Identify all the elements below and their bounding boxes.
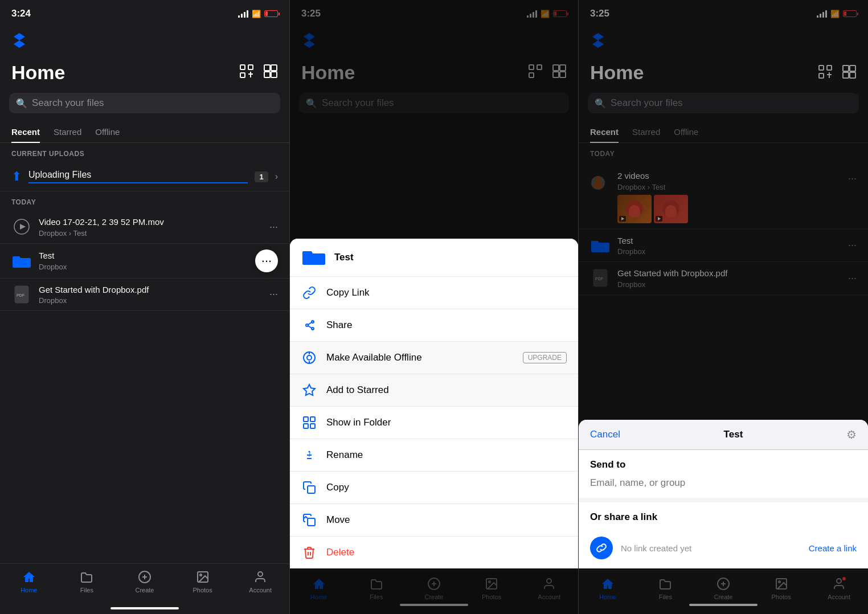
svg-rect-5: [264, 65, 270, 71]
svg-rect-8: [271, 72, 277, 77]
menu-item-starred[interactable]: Add to Starred: [290, 374, 578, 407]
copy-label-2: Copy: [326, 482, 567, 493]
nav-files-1[interactable]: Files: [69, 570, 104, 593]
svg-text:I: I: [309, 452, 310, 458]
search-bar-1[interactable]: 🔍 Search your files: [9, 93, 280, 113]
tab-offline-1[interactable]: Offline: [95, 122, 120, 142]
file-name-video-1: Video 17-02-21, 2 39 52 PM.mov: [39, 216, 263, 228]
svg-point-18: [258, 572, 263, 576]
starred-label-2: Add to Starred: [326, 384, 567, 396]
upload-icon-1: ⬆: [11, 169, 22, 184]
svg-rect-1: [248, 65, 253, 69]
share-header-3: Cancel Test ⚙: [579, 420, 868, 450]
upgrade-badge-2[interactable]: UPGRADE: [523, 352, 567, 363]
menu-item-copy[interactable]: Copy: [290, 472, 578, 504]
nav-create-1[interactable]: Create: [128, 570, 162, 593]
wifi-icon-1: 📶: [252, 10, 261, 18]
send-to-section-3: Send to: [579, 450, 868, 498]
gear-icon-3[interactable]: ⚙: [846, 428, 857, 441]
panel-1: 3:24 📶 Home: [0, 0, 289, 614]
or-share-title-3: Or share a link: [579, 502, 868, 527]
link-avatar-3: [590, 537, 613, 559]
scan-icon-1[interactable]: [239, 64, 254, 82]
more-icon-video-1[interactable]: ···: [269, 221, 278, 233]
svg-rect-39: [304, 424, 308, 428]
svg-point-31: [308, 325, 309, 326]
folder-icon-1: [11, 251, 32, 271]
status-time-1: 3:24: [11, 8, 31, 19]
more-icon-pdf-1[interactable]: ···: [269, 288, 278, 300]
svg-point-33: [307, 355, 312, 360]
svg-rect-37: [304, 417, 308, 421]
offline-label-2: Make Available Offline: [326, 352, 514, 363]
menu-item-move[interactable]: Move: [290, 504, 578, 537]
pdf-icon-1: PDF: [11, 284, 32, 305]
file-info-pdf-1: Get Started with Dropbox.pdf Dropbox: [39, 284, 263, 305]
tab-recent-1[interactable]: Recent: [11, 122, 40, 142]
file-name-pdf-1: Get Started with Dropbox.pdf: [39, 284, 263, 296]
share-label-2: Share: [326, 320, 567, 331]
upload-info-1: Uploading Files: [28, 170, 248, 183]
show-folder-icon-2: [301, 415, 317, 431]
create-link-button-3[interactable]: Create a link: [809, 543, 857, 553]
nav-photos-1[interactable]: Photos: [186, 570, 220, 593]
menu-folder-name-2: Test: [334, 252, 354, 263]
account-nav-icon-1: [253, 570, 268, 584]
svg-rect-2: [240, 73, 245, 77]
menu-item-offline[interactable]: Make Available Offline UPGRADE: [290, 342, 578, 374]
svg-line-30: [308, 326, 312, 328]
file-path-pdf-1: Dropbox: [39, 296, 263, 305]
home-nav-icon-1: [22, 570, 36, 584]
svg-rect-6: [271, 65, 277, 71]
share-sheet-3: Cancel Test ⚙ Send to Or share a link No…: [579, 420, 868, 568]
show-folder-label-2: Show in Folder: [326, 417, 567, 428]
share-cancel-button-3[interactable]: Cancel: [590, 429, 620, 440]
menu-item-share[interactable]: Share: [290, 309, 578, 342]
share-title-3: Test: [620, 429, 846, 440]
upload-item-1[interactable]: ⬆ Uploading Files 1 ›: [0, 162, 289, 191]
upload-count-1: 1: [255, 171, 268, 182]
share-link-row-3[interactable]: No link created yet Create a link: [579, 527, 868, 568]
nav-account-1[interactable]: Account: [243, 570, 277, 593]
fab-button-1[interactable]: ···: [255, 249, 278, 272]
bottom-nav-1: Home Files Create: [0, 563, 289, 607]
battery-icon-1: [264, 10, 278, 17]
file-info-video-1: Video 17-02-21, 2 39 52 PM.mov Dropbox ›…: [39, 216, 263, 238]
menu-item-copy-link[interactable]: Copy Link: [290, 277, 578, 309]
nav-home-label-1: Home: [21, 587, 37, 593]
page-title-1: Home: [11, 62, 65, 84]
files-nav-icon-1: [79, 570, 94, 584]
send-to-input-3[interactable]: [590, 477, 857, 489]
nav-home-1[interactable]: Home: [12, 570, 46, 593]
file-info-folder-1: Test Dropbox: [39, 250, 248, 271]
or-share-container-3: Or share a link No link created yet Crea…: [579, 502, 868, 568]
nav-files-label-1: Files: [80, 587, 93, 593]
search-icon-1: 🔍: [16, 98, 27, 109]
file-item-pdf-1[interactable]: PDF Get Started with Dropbox.pdf Dropbox…: [0, 279, 289, 312]
search-placeholder-1: Search your files: [32, 97, 104, 109]
file-item-video-1[interactable]: Video 17-02-21, 2 39 52 PM.mov Dropbox ›…: [0, 211, 289, 244]
menu-item-rename[interactable]: I Rename: [290, 439, 578, 472]
delete-label-2: Delete: [326, 547, 567, 558]
file-item-folder-1[interactable]: Test Dropbox ···: [0, 244, 289, 279]
svg-rect-0: [240, 65, 245, 69]
menu-folder-icon-2: [301, 248, 326, 267]
svg-rect-38: [310, 417, 315, 421]
share-icon-2: [301, 317, 317, 333]
layout-icon-1[interactable]: [263, 64, 278, 82]
menu-item-delete[interactable]: Delete: [290, 537, 578, 568]
section-uploads-1: CURRENT UPLOADS: [0, 143, 289, 162]
svg-line-29: [308, 322, 312, 325]
rename-icon-2: I: [301, 447, 317, 463]
link-icon-2: [301, 285, 317, 301]
tabs-1: Recent Starred Offline: [0, 122, 289, 143]
svg-rect-40: [310, 424, 315, 428]
signal-icon-1: [238, 10, 248, 18]
home-indicator-1: [110, 607, 179, 609]
no-link-text-3: No link created yet: [621, 543, 801, 553]
menu-item-show-folder[interactable]: Show in Folder: [290, 407, 578, 439]
panel-3: 3:25 📶 Home: [579, 0, 868, 614]
send-to-title-3: Send to: [590, 459, 857, 470]
photos-nav-icon-1: [195, 570, 210, 584]
tab-starred-1[interactable]: Starred: [54, 122, 81, 142]
